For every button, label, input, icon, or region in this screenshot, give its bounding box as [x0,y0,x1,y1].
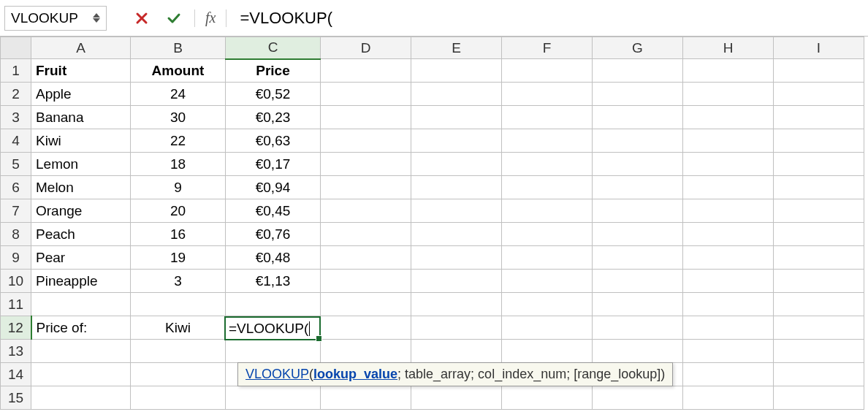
row-header[interactable]: 6 [1,176,31,199]
col-header-C[interactable]: C [226,37,321,59]
cell[interactable]: €0,17 [226,153,321,176]
cell[interactable] [502,129,593,153]
cell[interactable] [774,59,864,83]
cell[interactable] [502,153,593,176]
cell[interactable]: Pear [31,246,131,270]
cell[interactable] [683,59,774,83]
cell[interactable] [31,340,131,363]
cell[interactable] [683,270,774,293]
cell[interactable]: €0,52 [226,83,321,106]
cell[interactable] [131,386,226,410]
cell[interactable] [321,83,411,106]
cell[interactable] [411,176,502,199]
cell[interactable] [774,270,864,293]
cell[interactable] [593,106,683,129]
cell[interactable] [31,293,131,316]
cell[interactable] [593,153,683,176]
cell[interactable] [683,199,774,223]
formula-input[interactable]: =VLOOKUP( [232,9,864,28]
cell-active[interactable] [226,316,321,340]
cell[interactable] [31,363,131,386]
cell[interactable] [321,316,411,340]
cell[interactable] [226,340,321,363]
col-header-H[interactable]: H [683,37,774,59]
cell[interactable]: €1,13 [226,270,321,293]
cell[interactable] [502,59,593,83]
cell[interactable] [593,293,683,316]
cell[interactable] [411,386,502,410]
cell[interactable]: Price of: [31,316,131,340]
cell[interactable]: 20 [131,199,226,223]
cell[interactable] [683,153,774,176]
cell[interactable] [593,176,683,199]
cell[interactable]: 3 [131,270,226,293]
cell[interactable] [226,386,321,410]
cell[interactable] [593,129,683,153]
cell[interactable] [131,340,226,363]
cell[interactable]: €0,63 [226,129,321,153]
row-header[interactable]: 10 [1,270,31,293]
row-header[interactable]: 9 [1,246,31,270]
cell[interactable] [683,293,774,316]
cell[interactable] [502,106,593,129]
cell[interactable]: Melon [31,176,131,199]
cell[interactable]: Apple [31,83,131,106]
cell[interactable] [683,223,774,246]
row-header[interactable]: 13 [1,340,31,363]
cell[interactable]: Kiwi [131,316,226,340]
col-header-I[interactable]: I [774,37,864,59]
confirm-formula-button[interactable] [159,6,189,31]
cell[interactable] [321,223,411,246]
cell[interactable] [31,386,131,410]
col-header-G[interactable]: G [593,37,683,59]
cell[interactable]: Peach [31,223,131,246]
cell[interactable]: 16 [131,223,226,246]
row-header[interactable]: 3 [1,106,31,129]
row-header[interactable]: 14 [1,363,31,386]
cell[interactable] [593,59,683,83]
cell[interactable]: 30 [131,106,226,129]
cell[interactable] [683,176,774,199]
row-header[interactable]: 15 [1,386,31,410]
tooltip-function-link[interactable]: VLOOKUP [245,367,309,381]
cell[interactable]: Kiwi [31,129,131,153]
cell[interactable] [502,293,593,316]
cell[interactable] [411,59,502,83]
col-header-A[interactable]: A [31,37,131,59]
cell[interactable] [774,83,864,106]
cell[interactable]: €0,76 [226,223,321,246]
cell[interactable] [593,316,683,340]
cell[interactable] [502,246,593,270]
cell[interactable] [321,293,411,316]
cell[interactable]: Fruit [31,59,131,83]
row-header[interactable]: 5 [1,153,31,176]
cell[interactable] [683,386,774,410]
cell[interactable] [774,129,864,153]
cell[interactable]: 19 [131,246,226,270]
cell[interactable] [502,270,593,293]
cell[interactable]: €0,48 [226,246,321,270]
cell[interactable] [774,199,864,223]
row-header[interactable]: 4 [1,129,31,153]
cell[interactable]: Amount [131,59,226,83]
col-header-F[interactable]: F [502,37,593,59]
cell[interactable] [321,199,411,223]
cell[interactable] [502,199,593,223]
cell[interactable] [683,363,774,386]
cell[interactable] [774,293,864,316]
cell[interactable] [683,129,774,153]
cell[interactable]: €0,94 [226,176,321,199]
cell[interactable]: Pineapple [31,270,131,293]
cell[interactable] [411,129,502,153]
cell[interactable] [502,176,593,199]
cell[interactable] [411,83,502,106]
cell[interactable] [321,246,411,270]
cell[interactable]: Banana [31,106,131,129]
cell[interactable] [321,129,411,153]
cell[interactable] [774,153,864,176]
cell[interactable] [411,340,502,363]
cell[interactable] [774,176,864,199]
cell[interactable] [502,340,593,363]
cell[interactable] [774,106,864,129]
cell[interactable] [774,223,864,246]
